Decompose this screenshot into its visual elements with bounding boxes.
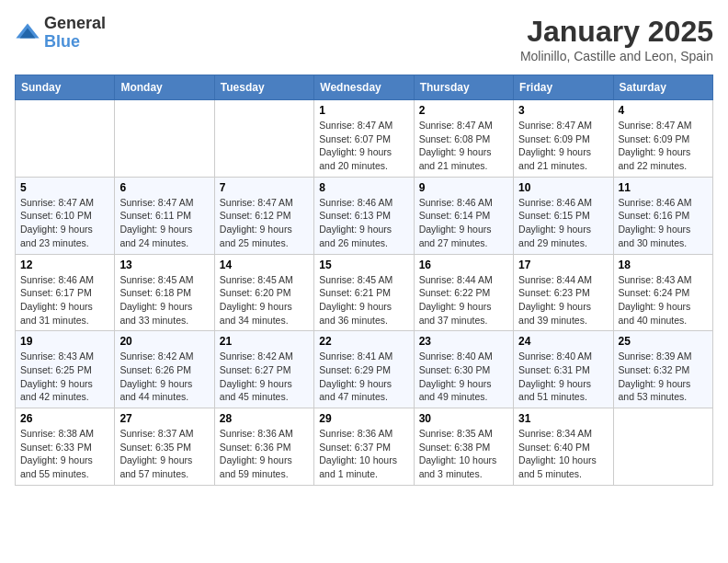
calendar-day-cell: 17Sunrise: 8:44 AM Sunset: 6:23 PM Dayli… (514, 254, 613, 331)
day-number: 6 (119, 181, 209, 194)
day-info: Sunrise: 8:36 AM Sunset: 6:36 PM Dayligh… (220, 427, 309, 481)
month-year-title: January 2025 (520, 15, 713, 49)
day-info: Sunrise: 8:40 AM Sunset: 6:30 PM Dayligh… (419, 350, 508, 404)
day-info: Sunrise: 8:43 AM Sunset: 6:25 PM Dayligh… (20, 350, 109, 404)
day-info: Sunrise: 8:46 AM Sunset: 6:13 PM Dayligh… (319, 196, 408, 250)
weekday-header: Wednesday (314, 75, 414, 100)
calendar-day-cell: 31Sunrise: 8:34 AM Sunset: 6:40 PM Dayli… (514, 408, 613, 486)
logo-blue: Blue (44, 33, 106, 52)
day-number: 16 (419, 259, 508, 271)
day-info: Sunrise: 8:43 AM Sunset: 6:24 PM Dayligh… (619, 273, 708, 327)
calendar-day-cell: 4Sunrise: 8:47 AM Sunset: 6:09 PM Daylig… (613, 100, 712, 178)
location-subtitle: Molinillo, Castille and Leon, Spain (520, 49, 713, 63)
day-info: Sunrise: 8:45 AM Sunset: 6:20 PM Dayligh… (220, 273, 309, 327)
day-number: 2 (419, 104, 508, 117)
calendar-day-cell: 14Sunrise: 8:45 AM Sunset: 6:20 PM Dayli… (214, 254, 313, 331)
calendar-day-cell: 29Sunrise: 8:36 AM Sunset: 6:37 PM Dayli… (314, 408, 414, 486)
calendar-day-cell (16, 100, 115, 178)
calendar-day-cell: 30Sunrise: 8:35 AM Sunset: 6:38 PM Dayli… (414, 408, 513, 486)
day-info: Sunrise: 8:47 AM Sunset: 6:09 PM Dayligh… (619, 119, 708, 173)
day-number: 27 (119, 412, 209, 425)
day-info: Sunrise: 8:47 AM Sunset: 6:12 PM Dayligh… (220, 196, 309, 250)
day-info: Sunrise: 8:44 AM Sunset: 6:22 PM Dayligh… (419, 273, 508, 327)
calendar-week-row: 5Sunrise: 8:47 AM Sunset: 6:10 PM Daylig… (16, 177, 713, 254)
day-number: 28 (220, 412, 309, 425)
weekday-header: Sunday (16, 75, 115, 100)
day-info: Sunrise: 8:37 AM Sunset: 6:35 PM Dayligh… (119, 427, 209, 481)
day-info: Sunrise: 8:36 AM Sunset: 6:37 PM Dayligh… (319, 427, 408, 481)
day-number: 13 (119, 259, 209, 271)
day-number: 26 (20, 412, 109, 425)
title-block: January 2025 Molinillo, Castille and Leo… (520, 15, 713, 63)
day-info: Sunrise: 8:41 AM Sunset: 6:29 PM Dayligh… (319, 350, 408, 404)
day-number: 15 (319, 259, 408, 271)
day-info: Sunrise: 8:46 AM Sunset: 6:16 PM Dayligh… (619, 196, 708, 250)
day-number: 25 (619, 335, 708, 348)
day-number: 10 (518, 181, 608, 194)
day-info: Sunrise: 8:40 AM Sunset: 6:31 PM Dayligh… (518, 350, 608, 404)
day-info: Sunrise: 8:47 AM Sunset: 6:11 PM Dayligh… (119, 196, 209, 250)
day-number: 19 (20, 335, 109, 348)
day-number: 4 (619, 104, 708, 117)
calendar-day-cell: 10Sunrise: 8:46 AM Sunset: 6:15 PM Dayli… (514, 177, 613, 254)
calendar-table: SundayMondayTuesdayWednesdayThursdayFrid… (15, 75, 713, 486)
calendar-day-cell: 3Sunrise: 8:47 AM Sunset: 6:09 PM Daylig… (514, 100, 613, 178)
day-number: 7 (220, 181, 309, 194)
weekday-header: Tuesday (214, 75, 313, 100)
calendar-day-cell: 12Sunrise: 8:46 AM Sunset: 6:17 PM Dayli… (16, 254, 115, 331)
calendar-day-cell: 23Sunrise: 8:40 AM Sunset: 6:30 PM Dayli… (414, 331, 513, 408)
day-info: Sunrise: 8:45 AM Sunset: 6:18 PM Dayligh… (119, 273, 209, 327)
day-info: Sunrise: 8:47 AM Sunset: 6:09 PM Dayligh… (518, 119, 608, 173)
day-info: Sunrise: 8:47 AM Sunset: 6:08 PM Dayligh… (419, 119, 508, 173)
logo-text: General Blue (44, 15, 106, 52)
calendar-day-cell: 1Sunrise: 8:47 AM Sunset: 6:07 PM Daylig… (314, 100, 414, 178)
logo: General Blue (15, 15, 106, 52)
day-info: Sunrise: 8:47 AM Sunset: 6:10 PM Dayligh… (20, 196, 109, 250)
calendar-day-cell: 5Sunrise: 8:47 AM Sunset: 6:10 PM Daylig… (16, 177, 115, 254)
calendar-day-cell: 20Sunrise: 8:42 AM Sunset: 6:26 PM Dayli… (115, 331, 214, 408)
calendar-day-cell: 24Sunrise: 8:40 AM Sunset: 6:31 PM Dayli… (514, 331, 613, 408)
logo-general: General (44, 15, 106, 33)
day-number: 22 (319, 335, 408, 348)
weekday-header: Monday (115, 75, 214, 100)
day-number: 9 (419, 181, 508, 194)
day-number: 21 (220, 335, 309, 348)
day-number: 20 (119, 335, 209, 348)
weekday-header: Friday (514, 75, 613, 100)
calendar-day-cell: 26Sunrise: 8:38 AM Sunset: 6:33 PM Dayli… (16, 408, 115, 486)
calendar-header: SundayMondayTuesdayWednesdayThursdayFrid… (16, 75, 713, 100)
day-number: 23 (419, 335, 508, 348)
day-info: Sunrise: 8:45 AM Sunset: 6:21 PM Dayligh… (319, 273, 408, 327)
calendar-week-row: 12Sunrise: 8:46 AM Sunset: 6:17 PM Dayli… (16, 254, 713, 331)
day-info: Sunrise: 8:46 AM Sunset: 6:15 PM Dayligh… (518, 196, 608, 250)
calendar-day-cell (613, 408, 712, 486)
calendar-day-cell: 18Sunrise: 8:43 AM Sunset: 6:24 PM Dayli… (613, 254, 712, 331)
calendar-day-cell: 28Sunrise: 8:36 AM Sunset: 6:36 PM Dayli… (214, 408, 313, 486)
day-info: Sunrise: 8:46 AM Sunset: 6:17 PM Dayligh… (20, 273, 109, 327)
day-number: 30 (419, 412, 508, 425)
logo-icon (15, 20, 40, 46)
calendar-day-cell: 11Sunrise: 8:46 AM Sunset: 6:16 PM Dayli… (613, 177, 712, 254)
day-number: 8 (319, 181, 408, 194)
calendar-day-cell: 22Sunrise: 8:41 AM Sunset: 6:29 PM Dayli… (314, 331, 414, 408)
day-info: Sunrise: 8:44 AM Sunset: 6:23 PM Dayligh… (518, 273, 608, 327)
calendar-day-cell: 13Sunrise: 8:45 AM Sunset: 6:18 PM Dayli… (115, 254, 214, 331)
calendar-day-cell: 7Sunrise: 8:47 AM Sunset: 6:12 PM Daylig… (214, 177, 313, 254)
day-number: 17 (518, 259, 608, 271)
calendar-day-cell: 2Sunrise: 8:47 AM Sunset: 6:08 PM Daylig… (414, 100, 513, 178)
page-header: General Blue January 2025 Molinillo, Cas… (15, 15, 713, 63)
day-number: 31 (518, 412, 608, 425)
weekday-header-row: SundayMondayTuesdayWednesdayThursdayFrid… (16, 75, 713, 100)
day-info: Sunrise: 8:38 AM Sunset: 6:33 PM Dayligh… (20, 427, 109, 481)
calendar-day-cell: 9Sunrise: 8:46 AM Sunset: 6:14 PM Daylig… (414, 177, 513, 254)
day-info: Sunrise: 8:34 AM Sunset: 6:40 PM Dayligh… (518, 427, 608, 481)
calendar-day-cell: 8Sunrise: 8:46 AM Sunset: 6:13 PM Daylig… (314, 177, 414, 254)
calendar-day-cell (214, 100, 313, 178)
calendar-body: 1Sunrise: 8:47 AM Sunset: 6:07 PM Daylig… (16, 100, 713, 486)
day-info: Sunrise: 8:39 AM Sunset: 6:32 PM Dayligh… (619, 350, 708, 404)
calendar-week-row: 26Sunrise: 8:38 AM Sunset: 6:33 PM Dayli… (16, 408, 713, 486)
day-number: 29 (319, 412, 408, 425)
calendar-day-cell: 21Sunrise: 8:42 AM Sunset: 6:27 PM Dayli… (214, 331, 313, 408)
calendar-day-cell: 25Sunrise: 8:39 AM Sunset: 6:32 PM Dayli… (613, 331, 712, 408)
day-number: 11 (619, 181, 708, 194)
